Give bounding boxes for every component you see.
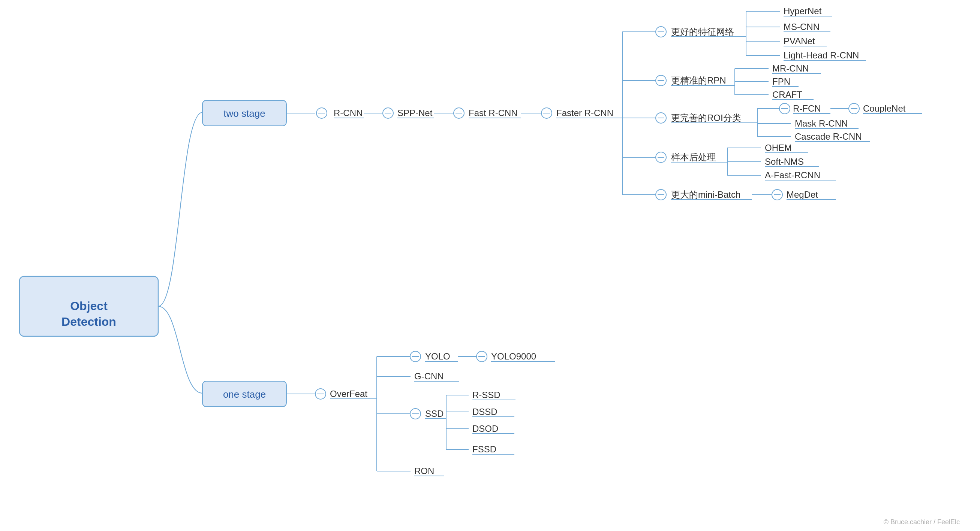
couplenet-label: CoupleNet [863,103,906,114]
hypernet-label: HyperNet [784,6,822,16]
minibatch-label: 更大的mini-Batch [671,190,740,200]
root-branch-line2 [158,306,202,393]
feature-net-label: 更好的特征网络 [671,27,734,37]
mindmap: Object Detection two stage R-CNN SPP-Net… [0,0,980,531]
lighthead-label: Light-Head R-CNN [784,50,859,60]
watermark: © Bruce.cachier / FeelElc [884,518,960,526]
rpn-label: 更精准的RPN [671,75,726,86]
rcnn-label: R-CNN [334,108,363,118]
sppnet-label: SPP-Net [398,108,433,118]
mrcnn-label: MR-CNN [772,63,809,73]
afastrcnn-label: A-Fast-RCNN [765,170,820,180]
fastrcnn-label: Fast R-CNN [469,108,518,118]
postproc-label: 样本后处理 [671,152,716,162]
fssd-label: FSSD [473,444,496,454]
pvanet-label: PVANet [784,36,815,46]
maskrcnn-label: Mask R-CNN [795,118,848,128]
rssd-label: R-SSD [473,390,501,400]
yolo9000-label: YOLO9000 [491,351,536,361]
yolo-label: YOLO [425,351,450,361]
rfcn-label: R-FCN [793,103,821,114]
ssd-label: SSD [425,409,444,418]
overfeat-label: OverFeat [330,389,368,399]
root-label: Object [70,299,108,313]
cascadercnn-label: Cascade R-CNN [795,132,862,141]
craft-label: CRAFT [772,89,802,100]
ohem-label: OHEM [765,143,792,153]
ron-label: RON [414,466,434,476]
roi-label: 更完善的ROI分类 [671,113,741,123]
dsod-label: DSOD [473,423,498,434]
dssd-label: DSSD [473,407,498,417]
megdet-label: MegDet [787,190,818,200]
mscnn-label: MS-CNN [784,22,819,32]
root-branch-line [158,113,202,306]
gcnn-label: G-CNN [414,371,444,381]
fasterrcnn-label: Faster R-CNN [556,108,613,118]
two-stage-label: two stage [223,108,265,119]
fpn-label: FPN [772,76,790,87]
softnms-label: Soft-NMS [765,157,804,166]
root-label2: Detection [62,315,116,328]
one-stage-label: one stage [223,389,266,400]
